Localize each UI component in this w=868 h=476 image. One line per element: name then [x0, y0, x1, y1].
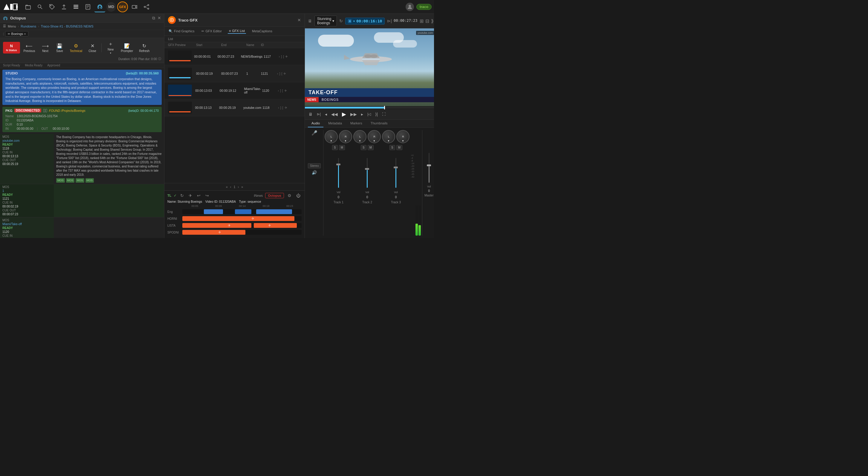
knob-3-r[interactable]: R [396, 130, 409, 143]
audio-tab[interactable]: Audio [308, 120, 323, 127]
video-nav-btn[interactable] [129, 1, 140, 12]
in-point-icon[interactable]: ⊳| [387, 19, 392, 23]
tl-power-btn[interactable]: ⏻ [295, 192, 302, 199]
bracket-close-1[interactable]: ] [281, 55, 282, 58]
knob-2-l[interactable]: L [353, 130, 367, 143]
search-nav-btn[interactable] [35, 1, 45, 12]
gfx-row[interactable]: 00:00:00:01 00:00:27:23 NEWS/Boeings 111… [164, 48, 305, 65]
mute-button-2[interactable]: M [368, 145, 374, 150]
rundowns-breadcrumb[interactable]: Rundowns [21, 25, 36, 28]
mos-item[interactable]: MOS Miami/Take-off READY 1120 CUE IN 00:… [0, 217, 164, 238]
save-button[interactable]: 💾 Save [53, 42, 66, 54]
grid-icon[interactable]: ⊟ [425, 18, 429, 24]
fader-handle-2[interactable] [365, 168, 369, 170]
tl-redo-btn[interactable]: ↪ [204, 192, 210, 199]
first-page-btn[interactable]: « [226, 185, 228, 189]
gfx-editor-tab[interactable]: ✏ GFX Editor [200, 28, 223, 34]
knob-1-r[interactable]: R [339, 130, 352, 143]
tl-undo-btn[interactable]: ↩ [196, 192, 202, 199]
bracket-open-4[interactable]: [ [282, 106, 283, 110]
status-button[interactable]: N N Status [3, 42, 20, 54]
list-nav-btn[interactable] [70, 1, 81, 12]
fader-handle-3[interactable] [394, 167, 398, 168]
headphone-nav-btn[interactable] [94, 1, 105, 12]
prev-page-btn[interactable]: ‹ [230, 185, 231, 189]
mos-item[interactable]: MOS youtube.com READY 1118 CUE IN 00:00:… [0, 134, 164, 184]
view-icon[interactable]: ⊞ [420, 18, 424, 24]
preview-timeline-bar[interactable] [305, 107, 434, 109]
expand-icon-1[interactable]: › [279, 55, 280, 58]
gfx-row[interactable]: 00:00:13:03 00:00:19:12 Miami/Take-off 1… [164, 82, 305, 99]
solo-button-2[interactable]: S [361, 145, 367, 150]
upload-nav-btn[interactable] [59, 1, 69, 12]
share-nav-btn[interactable] [141, 1, 152, 12]
send-icon-4[interactable]: ✈ [284, 106, 287, 110]
script-nav-btn[interactable] [83, 1, 93, 12]
mute-button-1[interactable]: M [339, 145, 345, 150]
expand-icon[interactable]: ⟫ [431, 18, 434, 24]
bracket-close-2[interactable]: ] [279, 72, 280, 76]
close-button[interactable]: ✕ Close [86, 42, 99, 54]
find-graphics-tab[interactable]: 🔍 Find Graphics [167, 28, 195, 34]
close-panel-icon[interactable]: ✕ [157, 16, 161, 21]
refresh-button[interactable]: ↻ Refresh [136, 42, 152, 54]
menu-breadcrumb[interactable]: Menu [8, 25, 16, 28]
boeings-tab[interactable]: ✏ Boeings ▾ [5, 31, 29, 36]
folder-nav-btn[interactable] [23, 1, 33, 12]
md-nav-btn[interactable]: MD [106, 2, 116, 12]
bracket-close-4[interactable]: ] [280, 106, 281, 110]
gfx-nav-btn[interactable]: GFX [117, 1, 128, 12]
maximize-icon[interactable]: ⧉ [152, 16, 155, 21]
next-button[interactable]: ⟶ Next [38, 42, 52, 54]
rewind-btn[interactable]: ◀◀ [330, 111, 339, 117]
step-forward-btn[interactable]: ▸ [360, 111, 364, 117]
octopus-timeline-btn[interactable]: Octopus [265, 193, 284, 198]
send-icon-2[interactable]: ✈ [283, 72, 286, 76]
markers-tab[interactable]: Markers [347, 120, 366, 127]
loop-btn[interactable]: ⟩| [374, 111, 379, 117]
next-page-btn[interactable]: › [238, 185, 239, 189]
out-mark-btn[interactable]: |◁ [366, 112, 372, 117]
bracket-close-3[interactable]: ] [280, 89, 281, 92]
knob-1-l[interactable]: L [324, 130, 338, 143]
send-icon-1[interactable]: ✈ [285, 55, 288, 58]
fader-handle-1[interactable] [336, 163, 340, 165]
tags-nav-btn[interactable] [46, 1, 57, 12]
send-icon-3[interactable]: ✈ [284, 89, 287, 92]
metadata-tab[interactable]: Metadata [324, 120, 345, 127]
fast-forward-btn[interactable]: ▶▶ [349, 111, 358, 117]
last-page-btn[interactable]: » [241, 185, 243, 189]
expand-icon-4[interactable]: › [278, 106, 279, 110]
tl-send-btn[interactable]: ✈ [187, 192, 193, 199]
tl-refresh-btn[interactable]: ↻ [179, 192, 185, 199]
thumbnails-tab[interactable]: Thumbnails [367, 120, 391, 127]
bracket-open-1[interactable]: [ [283, 55, 284, 58]
user-avatar[interactable] [406, 3, 414, 11]
bracket-open-2[interactable]: [ [281, 72, 282, 76]
bracket-open-3[interactable]: [ [282, 89, 283, 92]
solo-button-1[interactable]: S [332, 145, 338, 150]
knob-2-r[interactable]: R [368, 130, 381, 143]
master-fader-handle[interactable] [427, 165, 431, 166]
show-breadcrumb[interactable]: Traco-Show #1 - BUSINESS NEWS [41, 25, 94, 28]
gfx-close-btn[interactable]: ✕ [298, 18, 301, 23]
tl-settings-btn[interactable]: ⚙ [286, 192, 292, 199]
expand-icon-2[interactable]: › [277, 72, 278, 76]
gfx-row[interactable]: 00:00:13:13 00:00:25:19 youtube.com 1118… [164, 99, 305, 116]
knob-3-l[interactable]: L [382, 130, 395, 143]
metacaptions-tab[interactable]: MetaCaptions [251, 28, 274, 34]
stereo-button[interactable]: Stereo [308, 163, 321, 168]
mute-button-3[interactable]: M [396, 145, 402, 150]
previous-button[interactable]: ⟵ Previous [21, 42, 38, 54]
prompter-button[interactable]: 📝 Prompter [118, 42, 135, 54]
in-mark-btn[interactable]: ⊳| [316, 112, 322, 117]
hamburger-menu-icon[interactable]: ☰ [3, 24, 6, 28]
sequence-dropdown[interactable]: Stunning Boeings ▾ [314, 16, 337, 26]
expand-icon-3[interactable]: › [278, 89, 279, 92]
refresh-timecode-btn[interactable]: ↻ [339, 19, 343, 23]
solo-button-3[interactable]: S [390, 145, 395, 150]
gfx-row[interactable]: 00:00:02:19 00:00:07:23 1 1121 › ] [ ✈ [164, 65, 305, 82]
new-button[interactable]: ＋ New ▾ [104, 40, 117, 56]
play-btn[interactable]: ▶ [341, 110, 347, 118]
info-icon[interactable]: ⓘ [158, 57, 161, 61]
